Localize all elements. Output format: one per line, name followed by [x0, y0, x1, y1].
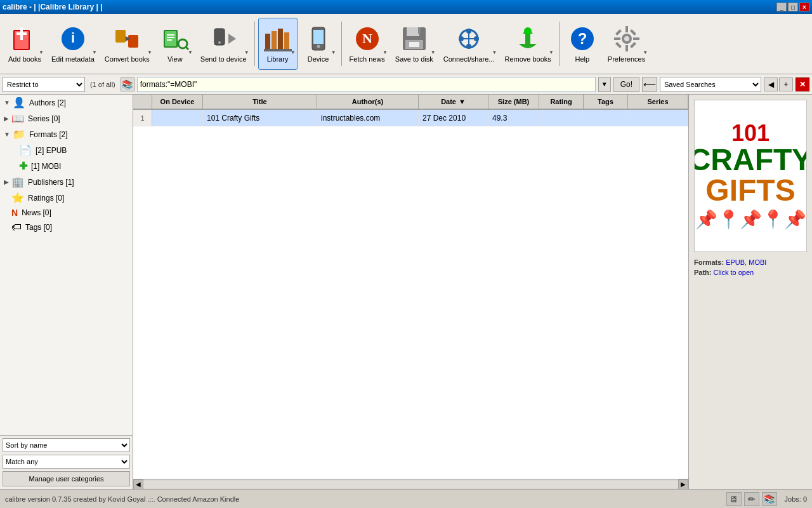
titlebar: calibre - | |Calibre Library | | _ □ ×	[0, 0, 812, 14]
booklist-header: On Device Title Author(s) Date ▼ Size (M…	[133, 95, 688, 110]
statusbar-btn-2[interactable]: ✏	[744, 492, 759, 506]
col-header-authors[interactable]: Author(s)	[317, 95, 419, 109]
format-epub-link[interactable]: EPUB	[726, 258, 745, 266]
col-header-series[interactable]: Series	[628, 95, 688, 109]
col-header-tags[interactable]: Tags	[584, 95, 628, 109]
col-header-rating[interactable]: Rating	[539, 95, 584, 109]
sidebar-item-publishers[interactable]: ▶ 🏢 Publishers [1]	[0, 174, 133, 190]
sidebar-item-series[interactable]: ▶ 📖 Series [0]	[0, 110, 133, 126]
col-header-date[interactable]: Date ▼	[419, 95, 488, 109]
cell-tags	[584, 110, 628, 126]
minimize-button[interactable]: _	[776, 3, 787, 11]
svg-rect-48	[614, 37, 620, 40]
remove-books-label: Remove books	[504, 55, 551, 64]
search-nav-buttons: ◀ +	[764, 77, 793, 91]
row-num-header	[133, 95, 152, 109]
sidebar-item-mobi[interactable]: ✚ [1] MOBI	[0, 158, 133, 174]
send-to-device-arrow: ▼	[244, 50, 249, 55]
statusbar-btn-1[interactable]: 🖥	[726, 492, 742, 506]
device-button[interactable]: Device ▼	[299, 18, 338, 70]
mobi-icon: ✚	[19, 160, 27, 172]
add-books-button[interactable]: Add books ▼	[4, 18, 46, 70]
svg-rect-22	[284, 32, 289, 50]
save-to-disk-button[interactable]: Save to disk ▼	[391, 18, 438, 70]
book-path: Path: Click to open	[694, 269, 807, 276]
sidebar-item-authors[interactable]: ▼ 👤 Authors [2]	[0, 95, 133, 110]
svg-rect-23	[264, 49, 292, 51]
book-icon-button[interactable]: 📚	[121, 77, 134, 91]
svg-point-36	[474, 36, 479, 41]
svg-point-17	[218, 41, 221, 44]
sidebar-item-formats[interactable]: ▼ 📁 Formats [2]	[0, 126, 133, 142]
remove-books-arrow: ▼	[549, 50, 554, 55]
search-dropdown-button[interactable]: ▼	[598, 77, 611, 92]
series-label: Series [0]	[28, 114, 60, 123]
svg-rect-7	[128, 35, 138, 48]
format-mobi-link[interactable]: MOBI	[749, 258, 766, 266]
connect-share-button[interactable]: Connect/share... ▼	[439, 18, 499, 70]
library-arrow: ▼	[291, 50, 296, 55]
view-arrow: ▼	[188, 50, 193, 55]
search-save-button[interactable]: +	[779, 77, 793, 91]
table-row[interactable]: 1 101 Crafty Gifts instructables.com 27 …	[133, 110, 688, 126]
maximize-button[interactable]: □	[788, 3, 798, 11]
preview-panel: 101 CRAFTY GIFTS 📌📍📌📍📌 Formats: EPUB, MO…	[688, 95, 812, 489]
authors-icon: 👤	[13, 97, 25, 109]
svg-rect-6	[115, 30, 126, 43]
path-link[interactable]: Click to open	[714, 269, 754, 276]
col-header-size[interactable]: Size (MB)	[488, 95, 539, 109]
scroll-right-button[interactable]: ▶	[678, 479, 688, 490]
clear-search-button[interactable]: ⟵	[642, 77, 657, 92]
svg-point-35	[459, 36, 464, 41]
view-label: View	[167, 55, 183, 64]
device-label: Device	[308, 55, 329, 64]
scrollbar-track[interactable]	[143, 481, 678, 488]
col-header-title[interactable]: Title	[203, 95, 317, 109]
formats-icon: 📁	[13, 128, 25, 140]
connect-share-label: Connect/share...	[443, 55, 495, 64]
restrict-select[interactable]: Restrict to	[3, 77, 85, 92]
send-to-device-button[interactable]: Send to device ▼	[196, 18, 251, 70]
booklist-scrollbar[interactable]: ◀ ▶	[133, 479, 688, 489]
series-expand-icon: ▶	[4, 115, 9, 122]
fetch-news-button[interactable]: N Fetch news ▼	[345, 18, 390, 70]
help-button[interactable]: ? Help	[563, 18, 602, 70]
cover-line1: 101	[731, 122, 769, 145]
toolbar: Add books ▼ i Edit metadata ▼ Convert bo…	[0, 14, 812, 74]
fetch-news-label: Fetch news	[350, 55, 385, 64]
search-close-button[interactable]: ✕	[796, 77, 809, 91]
edit-metadata-button[interactable]: i Edit metadata ▼	[47, 18, 99, 70]
go-button[interactable]: Go!	[613, 77, 639, 92]
sidebar-item-news[interactable]: ▶ N News [0]	[0, 206, 133, 220]
svg-text:N: N	[362, 30, 372, 46]
sidebar-item-ratings[interactable]: ▶ ⭐ Ratings [0]	[0, 190, 133, 206]
match-select[interactable]: Match anyMatch all	[3, 455, 130, 469]
col-header-on-device[interactable]: On Device	[152, 95, 203, 109]
svg-rect-19	[265, 34, 270, 50]
toolbar-separator-2	[341, 22, 342, 66]
edit-metadata-label: Edit metadata	[51, 55, 95, 64]
sidebar-item-tags[interactable]: ▶ 🏷 Tags [0]	[0, 220, 133, 235]
preferences-button[interactable]: Preferences ▼	[603, 18, 650, 70]
statusbar-btn-3[interactable]: 📚	[762, 492, 777, 506]
svg-point-26	[317, 45, 320, 48]
sort-select[interactable]: Sort by nameSort by popularitySort by ra…	[3, 438, 130, 452]
cover-decoration: 📌📍📌📍📌	[695, 209, 806, 230]
library-button[interactable]: Library ▼	[258, 18, 298, 70]
saved-searches-select[interactable]: Saved Searches	[660, 77, 761, 92]
send-to-device-label: Send to device	[200, 55, 247, 64]
remove-books-button[interactable]: Remove books ▼	[500, 18, 555, 70]
search-input[interactable]	[137, 77, 596, 92]
convert-books-button[interactable]: Convert books ▼	[100, 18, 154, 70]
sidebar-item-epub[interactable]: 📄 [2] EPUB	[0, 142, 133, 158]
save-to-disk-label: Save to disk	[395, 55, 433, 64]
view-button[interactable]: View ▼	[155, 18, 195, 70]
close-button[interactable]: ×	[799, 3, 809, 11]
search-prev-button[interactable]: ◀	[764, 77, 778, 91]
svg-rect-30	[407, 27, 419, 36]
publishers-expand-icon: ▶	[4, 178, 9, 185]
count-label: (1 of all)	[88, 81, 118, 88]
manage-user-categories-button[interactable]: Manage user categories	[3, 471, 130, 486]
scroll-left-button[interactable]: ◀	[133, 479, 143, 490]
titlebar-controls[interactable]: _ □ ×	[776, 3, 809, 11]
